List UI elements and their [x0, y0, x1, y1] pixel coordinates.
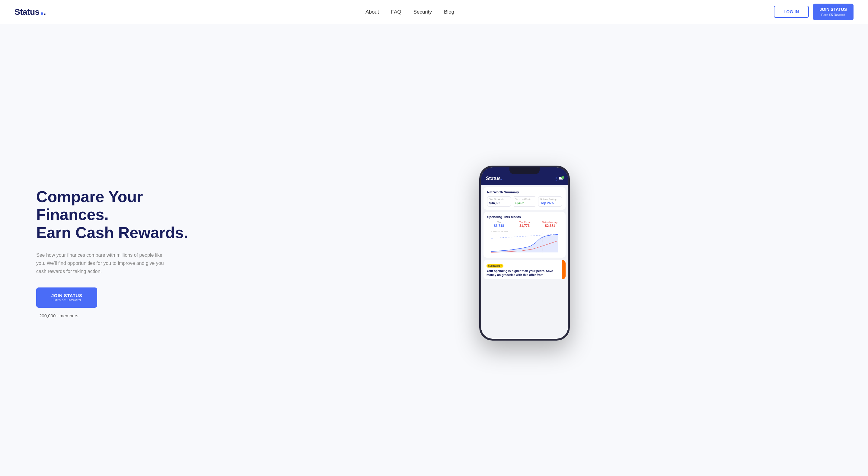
- app-header-icons: 3: [556, 177, 563, 181]
- spending-card: Spending This Month You $3,718 Your Peer…: [484, 212, 566, 258]
- net-worth-col-2: Since Last Month +$452: [513, 196, 537, 207]
- join-hero-button[interactable]: JOIN STATUS Earn $5 Reward: [36, 287, 97, 308]
- reward-badge: $15 Reward ›: [487, 264, 503, 267]
- reward-orange-bar: [562, 260, 566, 279]
- net-worth-grid: Your Net Worth $34,685 Since Last Month …: [487, 196, 562, 207]
- notification-badge: 3: [561, 176, 564, 179]
- member-count: 200,000+ members: [36, 313, 205, 318]
- hero-left: Compare Your Finances. Earn Cash Rewards…: [36, 188, 205, 319]
- spending-col-peers: Your Peers $1,773: [513, 221, 537, 227]
- chart-x-labels: 1st 5th 10th 15th TODAY 25th 31st: [491, 254, 558, 255]
- net-worth-card: Net Worth Summary Your Net Worth $34,685…: [484, 187, 566, 210]
- app-logo: Status.: [486, 176, 502, 181]
- chart-income-label: YOUR AVG. INCOME: [491, 230, 558, 232]
- join-nav-button[interactable]: JOIN STATUS Earn $5 Reward: [813, 4, 854, 20]
- navbar: Status. About FAQ Security Blog LOG IN J…: [0, 0, 868, 24]
- nav-actions: LOG IN JOIN STATUS Earn $5 Reward: [774, 4, 854, 20]
- menu-icon: 3: [559, 177, 563, 180]
- net-worth-title: Net Worth Summary: [487, 190, 562, 194]
- logo[interactable]: Status.: [14, 7, 46, 17]
- nav-link-faq[interactable]: FAQ: [391, 9, 401, 15]
- nav-link-about[interactable]: About: [366, 9, 379, 15]
- nav-link-security[interactable]: Security: [413, 9, 432, 15]
- phone-screen: Status.: [481, 167, 568, 339]
- reward-card: $15 Reward › Your spending is higher tha…: [484, 260, 566, 279]
- spending-grid: You $3,718 Your Peers $1,773 National Av…: [487, 221, 562, 227]
- app-logo-text: Status.: [486, 176, 502, 181]
- logo-text: Status: [14, 7, 39, 17]
- net-worth-col-1: Your Net Worth $34,685: [487, 196, 511, 207]
- app-content: Net Worth Summary Your Net Worth $34,685…: [481, 185, 568, 339]
- phone-outer: Status.: [479, 166, 570, 341]
- hero-right: Status.: [205, 166, 844, 341]
- more-icon: [556, 177, 557, 181]
- hero-headline: Compare Your Finances. Earn Cash Rewards…: [36, 188, 205, 242]
- net-worth-col-3: National Ranking Top 26%: [538, 196, 562, 207]
- phone-mockup: Status.: [479, 166, 570, 341]
- spending-chart: [491, 233, 558, 253]
- spending-title: Spending This Month: [487, 215, 562, 219]
- login-button[interactable]: LOG IN: [774, 6, 809, 18]
- chart-area: YOUR AVG. INCOME: [487, 230, 562, 255]
- spending-col-national: National Average $2,681: [538, 221, 562, 227]
- phone-notch: [509, 167, 539, 174]
- spending-col-you: You $3,718: [487, 221, 511, 227]
- logo-dot: [41, 12, 43, 15]
- hero-subtext: See how your finances compare with milli…: [36, 251, 169, 276]
- reward-text: Your spending is higher than your peers.…: [487, 269, 559, 277]
- hero-section: Compare Your Finances. Earn Cash Rewards…: [0, 24, 868, 476]
- nav-link-blog[interactable]: Blog: [444, 9, 454, 15]
- nav-links: About FAQ Security Blog: [366, 9, 454, 15]
